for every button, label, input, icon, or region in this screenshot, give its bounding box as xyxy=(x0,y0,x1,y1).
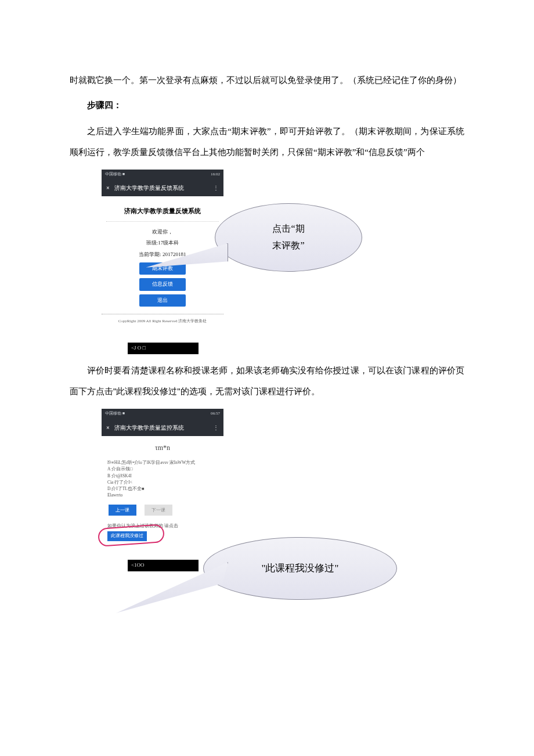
phone1-title: 济南大学教学质量反馈系统 xyxy=(114,183,184,193)
phone2-status-left: 中国移动 ■ xyxy=(105,411,125,417)
phone2-question-intro: l9∝HiL怎c听•介lo了lK学目avsv 家InWW方式 xyxy=(107,459,218,466)
callout2-text: "此课程我没修过" xyxy=(262,560,339,578)
phone1-navbar: <J O □ xyxy=(128,343,199,354)
more-icon[interactable]: ⋮ xyxy=(213,423,219,433)
phone1-statusbar: 中国移动 ■ 16:02 xyxy=(102,170,223,180)
next-course-button[interactable]: 下一课 xyxy=(145,505,172,516)
more-icon[interactable]: ⋮ xyxy=(213,183,219,193)
phone2-tau: τm*n xyxy=(107,442,218,453)
phone2-option-d[interactable]: D.介I了TL也不全■ xyxy=(107,485,218,492)
feedback-button[interactable]: 信息反馈 xyxy=(139,278,186,290)
callout-not-taken: "此课程我没修过" xyxy=(203,537,397,600)
step-4-heading: 步骤四： xyxy=(87,98,464,113)
phone2-navbar: <1OO xyxy=(128,560,199,571)
callout-click-evaluation: 点击“期 末评教” xyxy=(215,203,362,272)
phone1-system-title: 济南大学教学质量反馈系统 xyxy=(106,206,219,222)
logout-button[interactable]: 退出 xyxy=(139,294,186,307)
callout1-line1: 点击“期 xyxy=(272,221,304,237)
prev-course-button[interactable]: 上一课 xyxy=(109,505,136,516)
phone2-option-c[interactable]: Cia 行了介I< xyxy=(107,479,218,485)
step-4-paragraph: 之后进入学生端功能界面，大家点击“期末评教”，即可开始评教了。（期末评教期间，为… xyxy=(70,121,464,163)
red-highlight-circle xyxy=(98,524,165,547)
phone2-hint-suffix: 请点击 xyxy=(164,523,178,528)
phone-screenshot-2: 中国移动 ■ 06:57 × 济南大学教学质量监控系统 ⋮ τm*n l9∝Hi… xyxy=(102,409,223,571)
close-icon[interactable]: × xyxy=(106,183,110,193)
phone1-welcome: 欢迎你， xyxy=(106,228,219,236)
phone2-option-a[interactable]: A 介自示领□ xyxy=(107,466,218,472)
phone2-statusbar: 中国移动 ■ 06:57 xyxy=(102,409,223,419)
close-icon[interactable]: × xyxy=(106,423,110,433)
phone1-titlebar: × 济南大学教学质量反馈系统 ⋮ xyxy=(102,179,223,196)
phone1-status-left: 中国移动 ■ xyxy=(105,171,125,178)
phone2-option-b[interactable]: B 介t@lSK4I xyxy=(107,473,218,479)
phone1-status-right: 16:02 xyxy=(211,171,220,178)
phone1-class: 班级:17级本科 xyxy=(106,239,219,247)
callout1-line2: 末评教” xyxy=(272,237,304,254)
phone2-titlebar: × 济南大学教学质量监控系统 ⋮ xyxy=(102,419,223,436)
middle-paragraph: 评价时要看清楚课程名称和授课老师，如果该老师确实没有给你授过课，可以在该门课程的… xyxy=(70,360,464,402)
phone1-copyright: CopyRight 2009 All Right Reserved 济南大学教务… xyxy=(102,314,223,329)
intro-paragraph: 时就戳它换一个。第一次登录有点麻烦，不过以后就可以免登录使用了。（系统已经记住了… xyxy=(70,70,464,91)
phone2-status-right: 06:57 xyxy=(211,411,220,417)
phone2-option-e[interactable]: Elawrrto xyxy=(107,492,218,498)
phone2-body: τm*n l9∝HiL怎c听•介lo了lK学目avsv 家InWW方式 A 介自… xyxy=(102,436,223,546)
phone2-title: 济南大学教学质量监控系统 xyxy=(114,423,184,433)
